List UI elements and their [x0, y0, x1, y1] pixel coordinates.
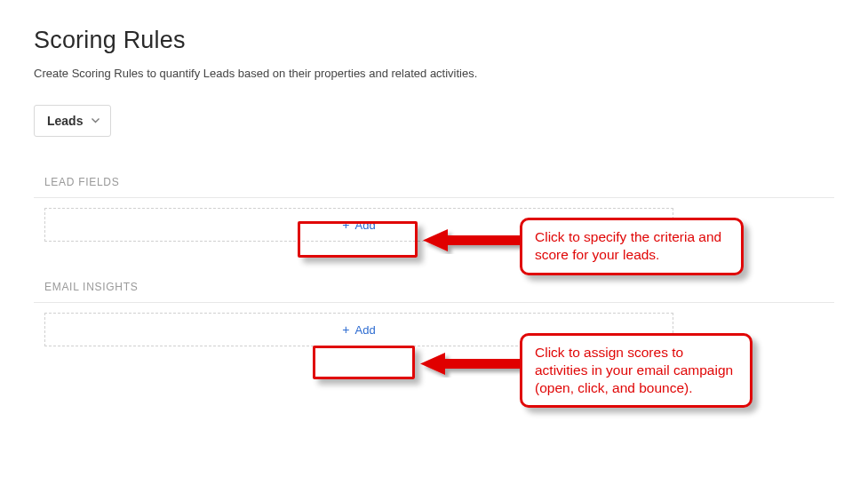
annotation-highlight-2 — [313, 346, 415, 379]
module-dropdown[interactable]: Leads — [34, 105, 111, 137]
annotation-callout-1: Click to specify the criteria and score … — [520, 218, 744, 275]
page-title: Scoring Rules — [34, 27, 834, 54]
plus-icon: + — [342, 323, 349, 336]
section-label-lead-fields: LEAD FIELDS — [34, 176, 834, 198]
add-email-insight-button[interactable]: + Add — [342, 323, 375, 337]
add-button-label: Add — [355, 219, 376, 232]
add-button-label: Add — [355, 323, 376, 337]
svg-rect-2 — [445, 359, 523, 369]
page-subtitle: Create Scoring Rules to quantify Leads b… — [34, 67, 834, 80]
plus-icon: + — [342, 219, 349, 231]
svg-marker-3 — [420, 353, 445, 375]
annotation-callout-2: Click to assign scores to activities in … — [520, 333, 753, 408]
annotation-arrow-2 — [415, 351, 523, 378]
caret-down-icon — [92, 118, 100, 123]
section-label-email-insights: EMAIL INSIGHTS — [34, 281, 834, 303]
module-dropdown-label: Leads — [47, 114, 83, 128]
add-lead-field-button[interactable]: + Add — [342, 219, 375, 232]
